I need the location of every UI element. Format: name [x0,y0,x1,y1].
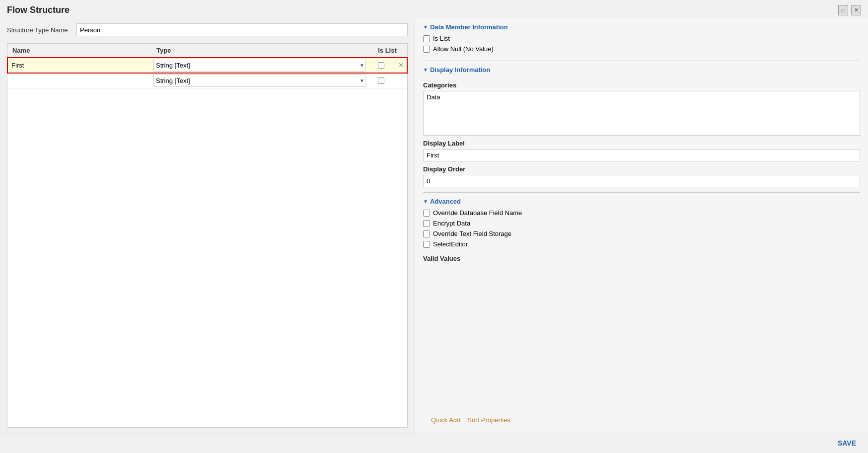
delete-row-button[interactable]: ✕ [398,62,404,69]
encrypt-label: Encrypt Data [433,220,470,227]
select-editor-checkbox[interactable] [423,241,430,248]
structure-type-input[interactable] [76,23,408,36]
row-name-cell [7,58,151,73]
override-text-row: Override Text Field Storage [423,230,860,237]
is-list-row: Is List [423,35,860,42]
override-text-checkbox[interactable] [423,230,430,237]
minimize-button[interactable]: □ [838,5,848,15]
display-order-input[interactable] [423,175,860,187]
col-header-name: Name [7,47,151,54]
section-divider [423,61,860,61]
row-delete-cell: ✕ [395,62,407,69]
select-editor-row: SelectEditor [423,240,860,248]
override-text-label: Override Text Field Storage [433,230,511,237]
row-type-cell: String [Text] ▼ [151,73,367,88]
dialog-title: Flow Structure [7,5,70,15]
save-button[interactable]: SAVE [834,437,860,449]
allow-null-row: Allow Null (No Value) [423,45,860,53]
section-divider [423,192,860,193]
categories-label: Categories [423,81,860,89]
row-islist-cell [367,77,395,84]
collapse-triangle-icon: ▼ [423,199,428,204]
dialog-controls: □ ✕ [838,5,861,15]
data-member-section-title: Data Member Information [430,23,508,31]
dialog-footer: SAVE [0,433,868,453]
quick-add-button[interactable]: Quick Add [431,416,460,424]
allow-null-checkbox[interactable] [423,46,430,53]
col-header-islist: Is List [367,47,407,54]
bottom-bar: Quick Add Sort Properties [423,412,860,428]
table-row: String [Text] ▼ [7,73,407,88]
row-islist-checkbox[interactable] [378,77,384,84]
col-header-type: Type [151,47,367,54]
row-type-select[interactable]: String [Text] [153,59,365,72]
row-name-input[interactable] [9,74,149,87]
row-name-cell [7,73,151,88]
data-table: Name Type Is List String [Text] ▼ [7,43,408,428]
display-label-label: Display Label [423,140,860,147]
encrypt-row: Encrypt Data [423,220,860,227]
display-section-title: Display Information [430,66,490,74]
row-islist-cell [367,62,395,69]
row-type-select[interactable]: String [Text] [153,74,365,87]
close-button[interactable]: ✕ [851,5,861,15]
display-section-header[interactable]: ▼ Display Information [423,66,860,74]
table-row: String [Text] ▼ ✕ [7,58,407,73]
right-panel: ▼ Data Member Information Is List Allow … [415,18,868,433]
sort-properties-button[interactable]: Sort Properties [467,416,510,424]
row-type-cell: String [Text] ▼ [151,58,367,73]
is-list-label: Is List [433,35,450,42]
is-list-checkbox[interactable] [423,35,430,42]
data-member-section-header[interactable]: ▼ Data Member Information [423,23,860,31]
row-name-input[interactable] [9,59,149,72]
structure-type-row: Structure Type Name [7,23,408,36]
structure-type-label: Structure Type Name [7,26,72,34]
override-db-label: Override Database Field Name [433,209,522,217]
advanced-section-title: Advanced [430,198,461,205]
collapse-triangle-icon: ▼ [423,67,428,73]
encrypt-checkbox[interactable] [423,220,430,227]
table-header: Name Type Is List [7,44,407,58]
override-db-row: Override Database Field Name [423,209,860,217]
advanced-section-header[interactable]: ▼ Advanced [423,198,860,205]
row-islist-checkbox[interactable] [378,62,384,69]
valid-values-label: Valid Values [423,255,860,262]
left-panel: Structure Type Name Name Type Is List [0,18,415,433]
collapse-triangle-icon: ▼ [423,24,428,30]
allow-null-label: Allow Null (No Value) [433,45,494,53]
dialog-content: Structure Type Name Name Type Is List [0,18,868,433]
display-order-label: Display Order [423,165,860,173]
display-label-input[interactable] [423,149,860,161]
titlebar: Flow Structure □ ✕ [0,0,868,18]
select-editor-label: SelectEditor [433,240,468,248]
categories-textarea[interactable]: Data [423,91,860,136]
override-db-checkbox[interactable] [423,210,430,217]
